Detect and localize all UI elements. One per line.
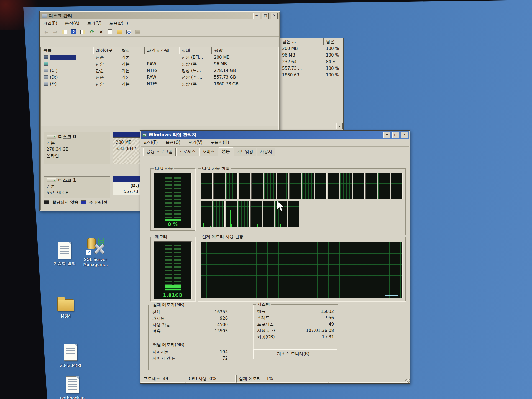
tab-performance[interactable]: 성능 bbox=[219, 147, 233, 157]
desktop-icon-234234txt[interactable]: 234234txt bbox=[53, 344, 89, 368]
layout-value: 단순 bbox=[93, 55, 119, 60]
task-manager-titlebar[interactable]: Windows 작업 관리자 ─ □ ✕ bbox=[141, 131, 409, 139]
console-tree-icon[interactable] bbox=[62, 30, 67, 34]
search-icon[interactable] bbox=[126, 30, 131, 34]
disk-management-free-columns-fragment: 남은 ... 남은 200 MB 100 % 96 MB 100 % 232.6… bbox=[280, 38, 344, 130]
legend-primary: 주 파티션 bbox=[89, 200, 107, 205]
cpu-usage-groupbox: CPU 사용 0 % bbox=[150, 168, 195, 231]
volume-row-d[interactable]: (D:) 단순 기본 RAW 정상 (주 ... 557.73 GB bbox=[41, 74, 278, 81]
refresh-icon[interactable]: ⟳ bbox=[89, 29, 95, 35]
mouse-cursor bbox=[277, 200, 285, 213]
column-header-free-space[interactable]: 남은 ... bbox=[280, 38, 324, 45]
volume-row-f[interactable]: (F:) 단순 기본 NTFS 정상 (주 ... 1860.78 GB bbox=[41, 81, 278, 87]
disk-management-titlebar[interactable]: 디스크 관리 ─ □ ✕ bbox=[40, 12, 279, 19]
table-row[interactable]: 1860.63... 100 % bbox=[280, 72, 343, 78]
cpu-core-history-panel bbox=[288, 201, 299, 227]
tab-services[interactable]: 서비스 bbox=[200, 148, 218, 156]
column-header-layout[interactable]: 레이아웃 bbox=[93, 47, 119, 54]
manage-icon[interactable] bbox=[135, 30, 140, 34]
physical-memory-groupbox: 실제 메모리(MB) 전체16355 캐시됨926 사용 가능14500 여유1… bbox=[148, 305, 232, 346]
menu-file[interactable]: 파일(F) bbox=[144, 140, 158, 145]
table-row[interactable]: 200 MB 100 % bbox=[280, 45, 343, 52]
stat-label: 프로세스 bbox=[257, 321, 274, 328]
icon-label: pathbackup bbox=[60, 396, 85, 399]
close-button[interactable]: ✕ bbox=[401, 132, 408, 138]
window-title: 디스크 관리 bbox=[48, 13, 251, 19]
disk0-label[interactable]: 디스크 0 기본 278.34 GB 온라인 bbox=[44, 132, 110, 164]
help-icon[interactable]: ? bbox=[71, 29, 76, 34]
icon-label: Managem... bbox=[83, 262, 108, 267]
table-row[interactable]: 96 MB 100 % bbox=[280, 52, 343, 58]
disk1-label[interactable]: 디스크 1 기본 557.74 GB bbox=[44, 176, 110, 198]
cpu-core-history-panel bbox=[365, 173, 377, 199]
desktop-icon-msm-folder[interactable]: MSM bbox=[48, 295, 84, 319]
desktop-icon-pathbackup[interactable]: pathbackup bbox=[54, 376, 90, 399]
maximize-button[interactable]: □ bbox=[262, 13, 269, 19]
type-value: 기본 bbox=[119, 75, 145, 80]
minimize-button[interactable]: ─ bbox=[383, 132, 390, 138]
volume-icon bbox=[44, 75, 48, 79]
table-row[interactable]: 557.73 ... 100 % bbox=[280, 65, 343, 72]
table-row[interactable]: 232.64 ... 84 % bbox=[280, 58, 343, 65]
layout-value: 단순 bbox=[93, 81, 119, 87]
tab-users[interactable]: 사용자 bbox=[257, 148, 275, 156]
desktop-icon-sql-server-management[interactable]: ↗ SQL Server Managem... bbox=[78, 238, 113, 267]
status-value: 정상 (주 ... bbox=[179, 75, 212, 80]
task-manager-window: Windows 작업 관리자 ─ □ ✕ 파일(F) 옵션(O) 보기(V) 도… bbox=[140, 130, 410, 384]
memory-history-groupbox: 실제 메모리 사용 현황 bbox=[198, 237, 406, 301]
disk-management-menubar: 파일(F) 동작(A) 보기(V) 도움말(H) bbox=[40, 19, 279, 27]
maximize-button[interactable]: □ bbox=[392, 132, 399, 138]
column-header-free-pct[interactable]: 남은 bbox=[324, 38, 343, 45]
cpu-core-history-panel bbox=[353, 173, 365, 199]
column-header-volume[interactable]: 볼륨 bbox=[41, 47, 93, 54]
scroll-right-button[interactable] bbox=[336, 123, 343, 129]
resize-grip[interactable] bbox=[405, 379, 410, 383]
stat-label: 사용 가능 bbox=[152, 322, 170, 328]
open-folder-icon[interactable] bbox=[117, 30, 122, 34]
cpu-core-history-panel bbox=[213, 173, 225, 199]
cpu-core-history-panel bbox=[213, 201, 225, 227]
icon-label: 이중화 암화 bbox=[53, 261, 76, 266]
back-icon[interactable]: ⇦ bbox=[43, 29, 49, 35]
free-value: 557.73 ... bbox=[280, 66, 324, 71]
free-pct-value: 100 % bbox=[324, 53, 343, 58]
action-pane-icon[interactable] bbox=[80, 30, 85, 34]
stat-value: 956 bbox=[326, 315, 334, 321]
menu-view[interactable]: 보기(V) bbox=[87, 21, 101, 26]
tab-processes[interactable]: 프로세스 bbox=[176, 148, 199, 156]
menu-view[interactable]: 보기(V) bbox=[188, 140, 203, 145]
resource-monitor-button[interactable]: 리소스 모니터(R)... bbox=[253, 349, 337, 359]
stat-value: 107:01:36:08 bbox=[306, 328, 334, 334]
icon-label: MSM bbox=[61, 314, 70, 319]
capacity-value: 200 MB bbox=[212, 55, 278, 60]
disk0-size: 278.34 GB bbox=[47, 146, 107, 153]
properties-icon[interactable] bbox=[108, 29, 112, 34]
menu-help[interactable]: 도움말(H) bbox=[109, 21, 128, 26]
close-button[interactable]: ✕ bbox=[271, 13, 278, 19]
menu-help[interactable]: 도움말(H) bbox=[210, 140, 229, 145]
menu-action[interactable]: 동작(A) bbox=[65, 21, 79, 26]
cpu-history-groupbox: CPU 사용 현황 bbox=[198, 168, 406, 235]
delete-icon[interactable]: ✕ bbox=[98, 29, 104, 35]
desktop-icon-encryption-doc[interactable]: 이중화 암화 bbox=[47, 242, 83, 266]
tab-applications[interactable]: 응용 프로그램 bbox=[143, 148, 176, 156]
volume-row-c[interactable]: (C:) 단순 기본 NTFS 정상 (부... 278.14 GB bbox=[41, 67, 278, 74]
forward-icon[interactable]: ⇨ bbox=[52, 29, 58, 35]
volume-icon bbox=[44, 62, 48, 66]
system-groupbox: 시스템 핸들15032 스레드956 프로세스49 지정 시간107:01:36… bbox=[253, 304, 338, 349]
stat-value: 194 bbox=[220, 349, 228, 355]
column-header-status[interactable]: 상태 bbox=[179, 47, 212, 54]
memory-history-line bbox=[385, 295, 398, 296]
minimize-button[interactable]: ─ bbox=[253, 13, 260, 19]
column-header-filesystem[interactable]: 파일 시스템 bbox=[145, 47, 179, 54]
menu-file[interactable]: 파일(F) bbox=[43, 21, 57, 26]
cpu-usage-gauge: 0 % bbox=[154, 173, 192, 228]
text-file-icon bbox=[58, 242, 71, 259]
column-header-type[interactable]: 형식 bbox=[119, 47, 145, 54]
menu-options[interactable]: 옵션(O) bbox=[165, 140, 180, 145]
volume-row-efi[interactable]: 단순 기본 정상 (EFI... 200 MB bbox=[41, 54, 278, 61]
volume-row-raw96[interactable]: 단순 기본 RAW 정상 (주 ... 96 MB bbox=[41, 61, 278, 67]
tab-networking[interactable]: 네트워킹 bbox=[234, 148, 256, 156]
column-header-capacity[interactable]: 용량 bbox=[212, 47, 278, 54]
stat-label: 핸들 bbox=[257, 308, 265, 315]
